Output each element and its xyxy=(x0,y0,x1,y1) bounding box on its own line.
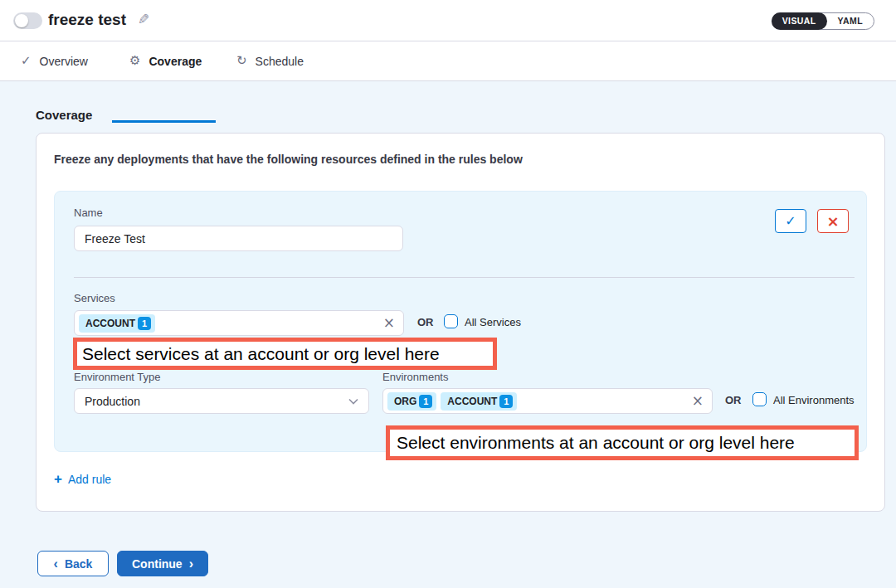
tab-overview-label: Overview xyxy=(40,55,88,68)
gear-icon: ⚙ xyxy=(129,55,140,67)
check-icon: ✓ xyxy=(21,55,32,67)
environments-clear-icon[interactable]: × xyxy=(692,394,704,408)
visual-toggle-button[interactable]: VISUAL xyxy=(772,12,827,30)
add-rule-label: Add rule xyxy=(68,473,111,486)
freeze-enable-toggle[interactable] xyxy=(13,12,42,29)
continue-button[interactable]: Continue › xyxy=(117,551,208,576)
all-environments-label: All Environments xyxy=(773,394,855,406)
tab-coverage[interactable]: ⚙ Coverage xyxy=(129,41,202,80)
active-tab-indicator xyxy=(112,120,216,123)
count-badge: 1 xyxy=(138,317,151,330)
close-icon: × xyxy=(826,212,839,230)
count-badge: 1 xyxy=(419,395,432,408)
tab-coverage-label: Coverage xyxy=(149,55,202,68)
add-rule-button[interactable]: + Add rule xyxy=(54,472,111,486)
header: freeze test ✎ VISUAL YAML xyxy=(0,0,896,41)
environments-tag-org[interactable]: ORG 1 xyxy=(387,392,436,411)
rule-name-input[interactable] xyxy=(74,226,403,251)
services-multiselect-input[interactable]: ACCOUNT 1 × xyxy=(74,310,404,336)
services-annotation-callout: Select services at an account or org lev… xyxy=(73,338,497,370)
environments-label: Environments xyxy=(382,371,448,383)
tab-schedule[interactable]: ↻ Schedule xyxy=(236,41,304,80)
edit-pencil-icon[interactable]: ✎ xyxy=(138,11,149,27)
coverage-description: Freeze any deployments that have the fol… xyxy=(54,153,523,166)
rule-editor-panel: Name ✓ × Services ACCOUNT 1 × OR All Ser… xyxy=(54,191,867,452)
environment-type-value: Production xyxy=(85,395,140,408)
confirm-rule-button[interactable]: ✓ xyxy=(775,209,806,233)
tab-bar: ✓ Overview ⚙ Coverage ↻ Schedule xyxy=(0,41,896,81)
tab-schedule-label: Schedule xyxy=(256,55,304,68)
environments-tag-account[interactable]: ACCOUNT 1 xyxy=(441,392,517,411)
chevron-left-icon: ‹ xyxy=(54,557,58,571)
continue-label: Continue xyxy=(132,557,183,571)
count-badge: 1 xyxy=(499,395,513,408)
check-icon: ✓ xyxy=(785,213,796,229)
yaml-toggle-button[interactable]: YAML xyxy=(827,12,874,30)
all-services-label: All Services xyxy=(465,316,521,328)
environments-or-label: OR xyxy=(725,394,742,406)
visual-yaml-switch: VISUAL YAML xyxy=(772,12,874,30)
services-tag-account[interactable]: ACCOUNT 1 xyxy=(79,314,155,333)
toggle-knob xyxy=(15,14,28,27)
services-clear-icon[interactable]: × xyxy=(383,316,395,330)
schedule-clock-icon: ↻ xyxy=(236,55,247,67)
coverage-section-title: Coverage xyxy=(36,108,92,122)
services-label: Services xyxy=(74,292,115,304)
freeze-window: freeze test ✎ VISUAL YAML ✓ Overview ⚙ C… xyxy=(0,0,896,588)
chevron-right-icon: › xyxy=(189,557,193,571)
chevron-down-icon xyxy=(348,398,358,405)
plus-icon: + xyxy=(54,472,62,486)
environments-annotation-callout: Select environments at an account or org… xyxy=(386,425,859,460)
environments-multiselect-input[interactable]: ORG 1 ACCOUNT 1 × xyxy=(382,388,713,414)
environment-type-select[interactable]: Production xyxy=(74,388,369,414)
name-label: Name xyxy=(74,207,103,219)
page-title: freeze test xyxy=(48,11,126,29)
all-environments-checkbox[interactable] xyxy=(752,392,767,406)
all-services-checkbox[interactable] xyxy=(444,314,458,328)
tab-overview[interactable]: ✓ Overview xyxy=(21,41,88,80)
cancel-rule-button[interactable]: × xyxy=(817,209,849,233)
back-button[interactable]: ‹ Back xyxy=(37,551,109,576)
panel-divider xyxy=(74,277,855,278)
back-label: Back xyxy=(65,557,92,571)
environment-type-label: Environment Type xyxy=(74,371,161,383)
services-or-label: OR xyxy=(417,316,434,328)
